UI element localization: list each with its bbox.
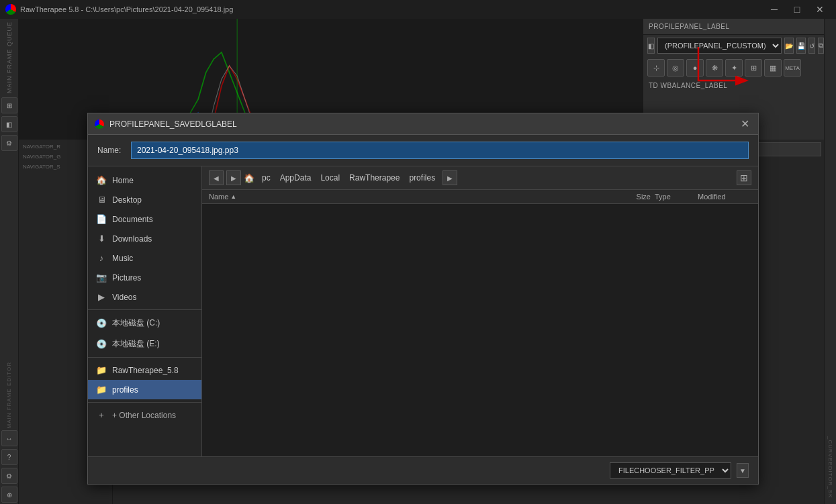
app-icon [5,4,16,15]
sidebar-icon-4[interactable]: ↔ [1,430,17,446]
dialog-name-row: Name: [88,135,758,166]
breadcrumb-more-btn[interactable]: ▶ [443,170,457,185]
profile-panel-header: PROFILEPANEL_LABEL [643,19,824,35]
tool-icon-7[interactable]: ▦ [764,59,782,77]
dialog-body: Name: 🏠 Home 🖥 Desktop 📄 [88,135,758,484]
breadcrumb-bar: ◀ ▶ 🏠 pc AppData Local RawTherapee profi… [202,166,758,190]
nav-item-disk-e[interactable]: 💿 本地磁盘 (E:) [88,334,201,354]
col-header-size[interactable]: Size [610,193,651,201]
dialog-titlebar: PROFILEPANEL_SAVEDLGLABEL ✕ [88,113,758,135]
profile-list-btn[interactable]: ◧ [647,38,655,54]
sidebar-icon-2[interactable]: ◧ [1,116,17,132]
other-locations-icon: + [96,410,107,420]
tool-icon-4[interactable]: ❋ [706,59,723,77]
dialog-content: 🏠 Home 🖥 Desktop 📄 Documents ⬇ Downloads [88,166,758,456]
profile-dropdown[interactable]: (PROFILEPANEL_PCUSTOM) [657,38,782,54]
nav-item-rawtherapee-label: RawTherapee_5.8 [112,366,179,375]
disk-c-icon: 💿 [96,318,107,328]
nav-item-profiles-label: profiles [112,385,138,395]
nav-item-disk-e-label: 本地磁盘 (E:) [112,338,160,350]
breadcrumb-appdata[interactable]: AppData [278,172,314,184]
home-icon: 🏠 [96,175,107,185]
videos-icon: ▶ [96,292,107,302]
tool-icon-1[interactable]: ⊹ [647,59,665,77]
nav-item-downloads-label: Downloads [112,234,152,244]
sidebar-icon-6[interactable]: ⚙ [1,468,17,484]
file-list-body [202,204,758,456]
meta-icon[interactable]: META [784,59,801,77]
music-icon: ♪ [96,253,107,263]
maximize-button[interactable]: □ [786,0,808,19]
profile-save-btn[interactable]: 💾 [796,38,806,54]
sidebar-icon-1[interactable]: ⊞ [1,97,17,113]
breadcrumb-local[interactable]: Local [318,172,342,184]
profile-load-btn[interactable]: 📂 [784,38,794,54]
breadcrumb-forward-btn[interactable]: ▶ [226,170,241,185]
downloads-icon: ⬇ [96,234,107,244]
dialog-close-button[interactable]: ✕ [738,117,751,131]
nav-item-music[interactable]: ♪ Music [88,248,201,268]
breadcrumb-back-btn[interactable]: ◀ [209,170,224,185]
dialog-title-text: PROFILEPANEL_SAVEDLGLABEL [109,119,733,129]
breadcrumb-profiles[interactable]: profiles [407,172,437,184]
minimize-button[interactable]: ─ [763,0,785,19]
new-folder-btn[interactable]: ⊞ [737,170,751,185]
left-sidebar: MAIN FRAME QUEUE ⊞ ◧ ⚙ MAIN FRAME EDITOR… [0,19,19,504]
nav-item-other-locations[interactable]: + + Other Locations [88,405,201,425]
nav-item-disk-c[interactable]: 💿 本地磁盘 (C:) [88,313,201,334]
breadcrumb-pc[interactable]: pc [260,172,273,184]
dialog-title-icon [95,119,104,129]
nav-item-videos[interactable]: ▶ Videos [88,287,201,307]
profiles-folder-icon: 📁 [96,385,107,395]
filter-dropdown[interactable]: FILECHOOSER_FILTER_PP [610,462,731,478]
tool-icon-5[interactable]: ✦ [725,59,743,77]
save-dialog[interactable]: PROFILEPANEL_SAVEDLGLABEL ✕ Name: 🏠 Home [87,113,759,485]
rawtherapee-folder-icon: 📁 [96,365,107,375]
profile-copy-btn[interactable]: ↺ [808,38,815,54]
nav-item-documents[interactable]: 📄 Documents [88,209,201,229]
dialog-file-area: ◀ ▶ 🏠 pc AppData Local RawTherapee profi… [202,166,758,456]
tool-icon-2[interactable]: ◎ [667,59,684,77]
nav-item-profiles[interactable]: 📁 profiles [88,380,201,399]
tool-icon-6[interactable]: ⊞ [745,59,762,77]
pictures-icon: 📷 [96,272,107,283]
window-controls: ─ □ ✕ [763,0,831,19]
curve-editor-label: _CURVEEDITOR_SK [827,436,833,499]
nav-item-desktop[interactable]: 🖥 Desktop [88,190,201,209]
nav-item-pictures[interactable]: 📷 Pictures [88,268,201,287]
sidebar-icon-3[interactable]: ⚙ [1,135,17,151]
dialog-file-nav: 🏠 Home 🖥 Desktop 📄 Documents ⬇ Downloads [88,166,202,456]
tool-icon-3[interactable]: ● [686,59,704,77]
tool-icons-row: ⊹ ◎ ● ❋ ✦ ⊞ ▦ META [643,56,824,79]
nav-item-home[interactable]: 🏠 Home [88,170,201,190]
documents-icon: 📄 [96,214,107,224]
wb-label: TD WBALANCE_LABEL [643,79,824,92]
nav-divider-1 [88,309,201,310]
nav-item-rawtherapee[interactable]: 📁 RawTherapee_5.8 [88,360,201,380]
profile-paste-btn[interactable]: ⧉ [818,38,824,54]
breadcrumb-rawtherapee[interactable]: RawTherapee [347,172,402,184]
nav-divider-3 [88,402,201,403]
dialog-name-input[interactable] [131,142,749,159]
nav-item-disk-c-label: 本地磁盘 (C:) [112,317,160,329]
nav-item-downloads[interactable]: ⬇ Downloads [88,229,201,248]
window-title: RawTherapee 5.8 - C:\Users\pc\Pictures\2… [20,5,763,13]
title-bar: RawTherapee 5.8 - C:\Users\pc\Pictures\2… [0,0,836,19]
sidebar-icon-7[interactable]: ⊕ [1,487,17,503]
dialog-bottom-bar: FILECHOOSER_FILTER_PP ▼ [88,456,758,484]
close-button[interactable]: ✕ [809,0,831,19]
nav-item-music-label: Music [112,254,133,263]
sidebar-icon-5[interactable]: ? [1,449,17,465]
file-list-header: Name ▲ Size Type Modified [202,190,758,204]
breadcrumb-home-icon[interactable]: 🏠 [244,173,254,183]
col-header-modified[interactable]: Modified [698,193,751,201]
right-side-panel: _CURVEEDITOR_SK [824,19,836,504]
disk-e-icon: 💿 [96,339,107,349]
filter-dropdown-btn[interactable]: ▼ [737,463,749,478]
col-header-name[interactable]: Name ▲ [209,193,610,201]
profile-panel-row: ◧ (PROFILEPANEL_PCUSTOM) 📂 💾 ↺ ⧉ [643,35,824,56]
col-header-type[interactable]: Type [651,193,698,201]
dialog-name-label: Name: [97,146,124,155]
nav-item-desktop-label: Desktop [112,195,142,205]
sort-arrow-icon: ▲ [230,193,236,200]
